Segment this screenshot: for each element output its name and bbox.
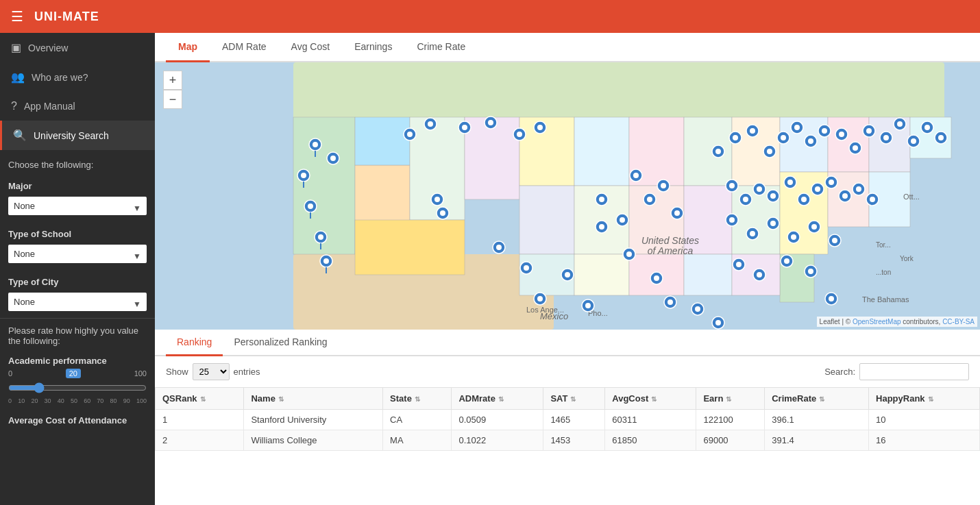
col-name[interactable]: Name⇅ [244, 388, 383, 410]
slider-max-label: 100 [134, 369, 147, 378]
svg-text:of America: of America [648, 245, 694, 256]
zoom-in-button[interactable]: + [163, 71, 182, 90]
cell-admrate: 0.0509 [452, 410, 543, 430]
svg-point-184 [715, 320, 721, 325]
major-select[interactable]: None Computer Science Business Engineeri… [8, 197, 147, 215]
svg-point-100 [626, 251, 632, 257]
slider-ticks: 0102030405060708090100 [0, 397, 155, 410]
svg-point-108 [733, 135, 738, 140]
svg-rect-11 [355, 220, 465, 275]
svg-point-58 [330, 156, 336, 161]
zoom-out-button[interactable]: − [163, 90, 182, 109]
svg-point-118 [808, 138, 813, 144]
svg-point-170 [832, 238, 837, 243]
col-qsrank[interactable]: QSRank⇅ [156, 388, 244, 410]
col-state[interactable]: State⇅ [383, 388, 452, 410]
tab-map[interactable]: Map [166, 33, 210, 62]
svg-point-112 [767, 149, 772, 154]
svg-point-116 [794, 125, 800, 130]
svg-point-88 [585, 303, 591, 308]
sidebar-item-app-manual[interactable]: ? App Manual [0, 92, 155, 121]
entries-select[interactable]: 10 25 50 100 [193, 363, 230, 380]
us-map[interactable]: United States of America Ott... Tor... Y… [155, 62, 980, 330]
sidebar-item-label: App Manual [24, 101, 75, 112]
map-attribution: Leaflet | © OpenStreetMap contributors, … [817, 317, 977, 327]
major-label: Major [0, 174, 155, 194]
svg-point-98 [620, 217, 625, 223]
table-row[interactable]: 2Williams CollegeMA0.1022145361850690003… [156, 430, 980, 451]
svg-point-55 [323, 258, 329, 264]
table-scroll[interactable]: QSRank⇅ Name⇅ State⇅ ADMrate⇅ SAT⇅ AvgCo… [155, 387, 980, 505]
type-city-select[interactable]: None Urban Suburban Rural [8, 293, 147, 311]
academic-perf-slider[interactable] [8, 382, 147, 393]
search-label: Search: [824, 367, 855, 377]
svg-text:York: York [900, 255, 914, 262]
svg-point-70 [537, 125, 543, 130]
help-icon: ? [11, 100, 17, 112]
svg-point-74 [440, 210, 445, 216]
sidebar-item-university-search[interactable]: 🔍 University Search [0, 121, 155, 150]
tab-crime-rate[interactable]: Crime Rate [404, 33, 478, 62]
svg-text:United States: United States [641, 235, 699, 246]
type-city-select-wrapper: None Urban Suburban Rural ▼ [0, 290, 155, 318]
col-avgcost[interactable]: AvgCost⇅ [605, 388, 696, 410]
svg-point-130 [897, 121, 903, 127]
tab-adm-rate[interactable]: ADM Rate [210, 33, 279, 62]
svg-text:Tor...: Tor... [876, 241, 891, 249]
cell-avgcost: 61850 [605, 430, 696, 451]
svg-point-142 [757, 186, 762, 192]
sidebar: ▣ Overview 👥 Who are we? ? App Manual 🔍 … [0, 33, 155, 505]
col-sat[interactable]: SAT⇅ [543, 388, 605, 410]
svg-point-176 [784, 258, 789, 264]
svg-point-138 [729, 183, 735, 188]
academic-perf-slider-container [0, 380, 155, 397]
svg-point-86 [565, 272, 570, 278]
search-input[interactable] [859, 363, 969, 380]
app-title: UNI-MATE [34, 10, 99, 24]
svg-rect-12 [519, 186, 574, 254]
cell-avgcost: 60311 [605, 410, 696, 430]
sidebar-item-label: Who are we? [32, 72, 88, 83]
tab-ranking[interactable]: Ranking [166, 330, 223, 356]
sidebar-item-overview[interactable]: ▣ Overview [0, 33, 155, 62]
hamburger-icon[interactable]: ☰ [11, 8, 23, 25]
svg-point-80 [496, 245, 502, 250]
cell-earn: 69000 [696, 430, 765, 451]
osm-link[interactable]: OpenStreetMap [853, 318, 901, 325]
show-label: Show [166, 367, 188, 377]
col-earn[interactable]: Earn⇅ [696, 388, 765, 410]
avg-cost-label: Average Cost of Attendance [0, 410, 155, 428]
svg-point-136 [938, 135, 944, 140]
svg-rect-8 [519, 117, 574, 186]
col-happyrank[interactable]: HappyRank⇅ [869, 388, 980, 410]
table-row[interactable]: 1Stanford UniversityCA0.0509146560311122… [156, 410, 980, 430]
universities-table: QSRank⇅ Name⇅ State⇅ ADMrate⇅ SAT⇅ AvgCo… [155, 387, 980, 451]
svg-point-150 [815, 186, 820, 192]
cell-name: Stanford University [244, 410, 383, 430]
col-crimerate[interactable]: CrimeRate⇅ [765, 388, 869, 410]
overview-icon: ▣ [11, 41, 21, 54]
ccbysa-link[interactable]: CC-BY-SA [942, 318, 975, 325]
tab-avg-cost[interactable]: Avg Cost [279, 33, 343, 62]
svg-point-174 [757, 272, 762, 278]
svg-point-92 [647, 197, 652, 202]
tab-earnings[interactable]: Earnings [342, 33, 404, 62]
svg-point-102 [654, 275, 659, 281]
svg-text:Ott...: Ott... [903, 193, 920, 201]
tab-personalized-ranking[interactable]: Personalized Ranking [223, 330, 338, 356]
cell-sat: 1465 [543, 410, 605, 430]
cell-sat: 1453 [543, 430, 605, 451]
type-city-label: Type of City [0, 270, 155, 290]
col-admrate[interactable]: ADMrate⇅ [452, 388, 543, 410]
svg-point-156 [856, 186, 861, 192]
type-school-select[interactable]: None Public Private [8, 245, 147, 263]
svg-rect-21 [828, 117, 869, 172]
sidebar-item-who-are-we[interactable]: 👥 Who are we? [0, 62, 155, 92]
svg-point-122 [839, 132, 844, 137]
search-nav-icon: 🔍 [13, 129, 27, 142]
cell-happyrank: 16 [869, 430, 980, 451]
svg-point-162 [750, 231, 755, 236]
svg-rect-16 [574, 254, 629, 295]
top-header: ☰ UNI-MATE [0, 0, 980, 33]
svg-text:The Bahamas: The Bahamas [862, 295, 909, 304]
